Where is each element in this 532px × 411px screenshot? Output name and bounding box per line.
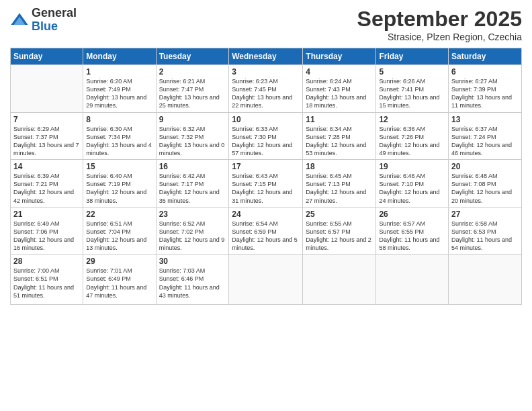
day-info: Sunrise: 6:21 AMSunset: 7:47 PMDaylight:…	[159, 77, 226, 110]
day-cell: 17Sunrise: 6:43 AMSunset: 7:15 PMDayligh…	[229, 160, 303, 208]
weekday-header-saturday: Saturday	[449, 48, 522, 65]
day-cell	[303, 255, 376, 305]
day-cell: 9Sunrise: 6:32 AMSunset: 7:32 PMDaylight…	[156, 112, 229, 160]
day-number: 29	[86, 257, 152, 266]
week-row-2: 7Sunrise: 6:29 AMSunset: 7:37 PMDaylight…	[11, 112, 522, 160]
day-number: 14	[13, 162, 80, 171]
logo-general: General	[32, 6, 77, 19]
day-cell: 5Sunrise: 6:26 AMSunset: 7:41 PMDaylight…	[376, 65, 449, 113]
day-cell: 19Sunrise: 6:46 AMSunset: 7:10 PMDayligh…	[376, 160, 449, 208]
day-cell: 30Sunrise: 7:03 AMSunset: 6:46 PMDayligh…	[156, 255, 229, 305]
day-number: 22	[86, 210, 152, 219]
day-info: Sunrise: 6:51 AMSunset: 7:04 PMDaylight:…	[86, 220, 152, 253]
day-info: Sunrise: 7:00 AMSunset: 6:51 PMDaylight:…	[13, 267, 80, 300]
day-number: 6	[451, 67, 519, 77]
day-number: 7	[13, 115, 80, 124]
day-number: 18	[306, 162, 373, 171]
day-number: 1	[86, 67, 152, 77]
day-cell	[11, 65, 83, 113]
page: General Blue September 2025 Strasice, Pl…	[0, 0, 532, 411]
day-info: Sunrise: 6:20 AMSunset: 7:49 PMDaylight:…	[86, 77, 152, 110]
day-info: Sunrise: 6:30 AMSunset: 7:34 PMDaylight:…	[86, 125, 152, 158]
day-cell: 7Sunrise: 6:29 AMSunset: 7:37 PMDaylight…	[11, 112, 83, 160]
day-number: 17	[232, 162, 300, 171]
day-number: 8	[86, 115, 152, 124]
day-cell: 25Sunrise: 6:55 AMSunset: 6:57 PMDayligh…	[303, 207, 376, 255]
day-number: 21	[13, 210, 80, 219]
weekday-header-wednesday: Wednesday	[229, 48, 303, 65]
weekday-header-sunday: Sunday	[11, 48, 83, 65]
weekday-header-row: SundayMondayTuesdayWednesdayThursdayFrid…	[11, 48, 522, 65]
day-number: 4	[306, 67, 373, 77]
day-cell: 12Sunrise: 6:36 AMSunset: 7:26 PMDayligh…	[376, 112, 449, 160]
day-info: Sunrise: 6:32 AMSunset: 7:32 PMDaylight:…	[159, 125, 226, 158]
day-number: 23	[159, 210, 226, 219]
day-cell: 28Sunrise: 7:00 AMSunset: 6:51 PMDayligh…	[11, 255, 83, 305]
logo: General Blue	[10, 7, 77, 34]
day-number: 13	[451, 115, 519, 124]
day-info: Sunrise: 6:33 AMSunset: 7:30 PMDaylight:…	[232, 125, 300, 158]
day-cell: 15Sunrise: 6:40 AMSunset: 7:19 PMDayligh…	[83, 160, 156, 208]
day-info: Sunrise: 6:54 AMSunset: 6:59 PMDaylight:…	[232, 220, 300, 253]
day-info: Sunrise: 6:34 AMSunset: 7:28 PMDaylight:…	[306, 125, 373, 158]
day-info: Sunrise: 6:48 AMSunset: 7:08 PMDaylight:…	[451, 172, 519, 205]
day-cell: 3Sunrise: 6:23 AMSunset: 7:45 PMDaylight…	[229, 65, 303, 113]
day-cell: 2Sunrise: 6:21 AMSunset: 7:47 PMDaylight…	[156, 65, 229, 113]
day-number: 12	[379, 115, 445, 124]
day-number: 28	[13, 257, 80, 266]
day-cell: 6Sunrise: 6:27 AMSunset: 7:39 PMDaylight…	[449, 65, 522, 113]
day-cell	[376, 255, 449, 305]
day-number: 3	[232, 67, 300, 77]
day-info: Sunrise: 6:40 AMSunset: 7:19 PMDaylight:…	[86, 172, 152, 205]
day-info: Sunrise: 6:45 AMSunset: 7:13 PMDaylight:…	[306, 172, 373, 205]
week-row-5: 28Sunrise: 7:00 AMSunset: 6:51 PMDayligh…	[11, 255, 522, 305]
day-cell: 23Sunrise: 6:52 AMSunset: 7:02 PMDayligh…	[156, 207, 229, 255]
title-block: September 2025 Strasice, Plzen Region, C…	[357, 7, 522, 42]
day-number: 15	[86, 162, 152, 171]
day-cell: 16Sunrise: 6:42 AMSunset: 7:17 PMDayligh…	[156, 160, 229, 208]
month-title: September 2025	[357, 7, 522, 32]
day-info: Sunrise: 6:37 AMSunset: 7:24 PMDaylight:…	[451, 125, 519, 158]
weekday-header-thursday: Thursday	[303, 48, 376, 65]
week-row-3: 14Sunrise: 6:39 AMSunset: 7:21 PMDayligh…	[11, 160, 522, 208]
calendar-table: SundayMondayTuesdayWednesdayThursdayFrid…	[10, 48, 522, 305]
day-number: 30	[159, 257, 226, 266]
weekday-header-friday: Friday	[376, 48, 449, 65]
day-cell: 10Sunrise: 6:33 AMSunset: 7:30 PMDayligh…	[229, 112, 303, 160]
week-row-4: 21Sunrise: 6:49 AMSunset: 7:06 PMDayligh…	[11, 207, 522, 255]
day-info: Sunrise: 6:42 AMSunset: 7:17 PMDaylight:…	[159, 172, 226, 205]
weekday-header-monday: Monday	[83, 48, 156, 65]
logo-icon	[10, 11, 29, 30]
day-cell: 22Sunrise: 6:51 AMSunset: 7:04 PMDayligh…	[83, 207, 156, 255]
day-info: Sunrise: 6:36 AMSunset: 7:26 PMDaylight:…	[379, 125, 445, 158]
week-row-1: 1Sunrise: 6:20 AMSunset: 7:49 PMDaylight…	[11, 65, 522, 113]
day-info: Sunrise: 6:55 AMSunset: 6:57 PMDaylight:…	[306, 220, 373, 253]
logo-text: General Blue	[32, 7, 77, 34]
day-cell	[229, 255, 303, 305]
day-number: 16	[159, 162, 226, 171]
day-info: Sunrise: 6:27 AMSunset: 7:39 PMDaylight:…	[451, 77, 519, 110]
day-cell: 8Sunrise: 6:30 AMSunset: 7:34 PMDaylight…	[83, 112, 156, 160]
day-info: Sunrise: 6:57 AMSunset: 6:55 PMDaylight:…	[379, 220, 445, 253]
day-cell: 24Sunrise: 6:54 AMSunset: 6:59 PMDayligh…	[229, 207, 303, 255]
day-cell	[449, 255, 522, 305]
day-number: 5	[379, 67, 445, 77]
day-cell: 26Sunrise: 6:57 AMSunset: 6:55 PMDayligh…	[376, 207, 449, 255]
day-number: 25	[306, 210, 373, 219]
day-cell: 29Sunrise: 7:01 AMSunset: 6:49 PMDayligh…	[83, 255, 156, 305]
day-number: 24	[232, 210, 300, 219]
day-number: 9	[159, 115, 226, 124]
day-info: Sunrise: 7:03 AMSunset: 6:46 PMDaylight:…	[159, 267, 226, 300]
day-cell: 21Sunrise: 6:49 AMSunset: 7:06 PMDayligh…	[11, 207, 83, 255]
day-cell: 11Sunrise: 6:34 AMSunset: 7:28 PMDayligh…	[303, 112, 376, 160]
logo-blue: Blue	[32, 19, 58, 33]
day-info: Sunrise: 6:29 AMSunset: 7:37 PMDaylight:…	[13, 125, 80, 158]
day-info: Sunrise: 6:43 AMSunset: 7:15 PMDaylight:…	[232, 172, 300, 205]
day-info: Sunrise: 7:01 AMSunset: 6:49 PMDaylight:…	[86, 267, 152, 300]
day-info: Sunrise: 6:26 AMSunset: 7:41 PMDaylight:…	[379, 77, 445, 110]
day-number: 11	[306, 115, 373, 124]
day-cell: 13Sunrise: 6:37 AMSunset: 7:24 PMDayligh…	[449, 112, 522, 160]
day-info: Sunrise: 6:49 AMSunset: 7:06 PMDaylight:…	[13, 220, 80, 253]
day-info: Sunrise: 6:24 AMSunset: 7:43 PMDaylight:…	[306, 77, 373, 110]
day-info: Sunrise: 6:46 AMSunset: 7:10 PMDaylight:…	[379, 172, 445, 205]
